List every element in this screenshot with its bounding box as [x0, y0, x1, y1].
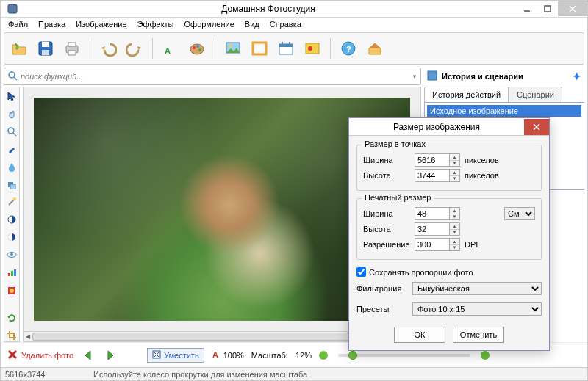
invert-tool-icon[interactable] — [5, 231, 18, 243]
cancel-button[interactable]: Отменить — [453, 327, 504, 343]
spin-up-icon[interactable]: ▲ — [450, 239, 459, 245]
menu-decor[interactable]: Оформление — [180, 18, 239, 30]
height-print-label: Высота — [363, 225, 410, 233]
height-px-input[interactable]: ▲▼ — [415, 169, 460, 182]
delete-label: Удалить фото — [21, 351, 74, 360]
history-icon — [427, 70, 437, 82]
history-panel-header: История и сценарии ✦ — [424, 68, 584, 85]
crop-tool-icon[interactable] — [5, 330, 18, 341]
resolution-input[interactable]: ▲▼ — [415, 238, 460, 251]
redo-icon[interactable] — [124, 38, 145, 59]
tab-history[interactable]: История действий — [424, 87, 509, 102]
print-group-legend: Печатный размер — [362, 193, 434, 202]
menu-effects[interactable]: Эффекты — [133, 18, 179, 30]
svg-rect-43 — [14, 269, 16, 276]
frame-icon[interactable] — [249, 38, 270, 59]
add-scenario-icon[interactable]: ✦ — [573, 70, 581, 82]
scroll-left-icon[interactable]: ◀ — [24, 332, 32, 341]
minimize-button[interactable] — [517, 1, 537, 16]
search-box[interactable]: ▼ — [4, 68, 421, 85]
dialog-titlebar[interactable]: Размер изображения — [349, 118, 549, 136]
zoom-slider[interactable] — [338, 354, 470, 357]
spin-down-icon[interactable]: ▼ — [450, 176, 459, 182]
calendar-icon[interactable] — [276, 38, 296, 59]
picture-icon[interactable] — [223, 38, 243, 59]
prev-photo-button[interactable] — [81, 348, 96, 363]
scale-label: Масштаб: — [251, 351, 288, 360]
tab-scenarios[interactable]: Сценарии — [509, 87, 562, 102]
spin-up-icon[interactable]: ▲ — [450, 170, 459, 176]
svg-text:?: ? — [346, 45, 351, 54]
zoom-in-icon[interactable] — [481, 351, 490, 360]
ok-button[interactable]: ОК — [394, 327, 445, 343]
svg-line-29 — [14, 77, 17, 80]
pixel-size-group: Размер в точках Ширина ▲▼ пикселов Высот… — [356, 145, 542, 191]
svg-rect-34 — [10, 184, 15, 189]
dropdown-icon[interactable]: ▼ — [412, 73, 417, 80]
blur-tool-icon[interactable] — [5, 161, 18, 173]
main-toolbar: A ? — [4, 32, 584, 65]
print-icon[interactable] — [62, 38, 82, 59]
home-icon[interactable] — [365, 38, 385, 59]
width-print-input[interactable]: ▲▼ — [415, 207, 460, 220]
spin-up-icon[interactable]: ▲ — [450, 154, 459, 161]
next-photo-button[interactable] — [103, 348, 118, 363]
width-px-input[interactable]: ▲▼ — [415, 153, 460, 167]
search-input[interactable] — [21, 72, 409, 81]
fit-label: Уместить — [164, 351, 199, 360]
spin-up-icon[interactable]: ▲ — [450, 208, 459, 214]
keep-ratio-row[interactable]: Сохранять пропорции фото — [356, 267, 542, 277]
menu-help[interactable]: Справка — [265, 18, 306, 30]
delete-photo-button[interactable]: Удалить фото — [7, 349, 74, 362]
fit-button[interactable]: Уместить — [147, 348, 204, 363]
history-item[interactable]: Исходное изображение — [427, 105, 581, 117]
text-icon[interactable]: A — [160, 38, 181, 59]
undo-icon[interactable] — [98, 38, 118, 59]
spin-down-icon[interactable]: ▼ — [450, 161, 459, 167]
dialog-close-button[interactable] — [524, 119, 549, 135]
menu-file[interactable]: Файл — [4, 18, 32, 30]
svg-rect-30 — [428, 71, 437, 80]
preset-select[interactable]: Фото 10 х 15 — [412, 302, 542, 316]
keep-ratio-checkbox[interactable] — [356, 267, 366, 277]
toolbar-separator — [215, 38, 215, 59]
menu-view[interactable]: Вид — [240, 18, 264, 30]
help-icon[interactable]: ? — [338, 38, 359, 59]
brush-tool-icon[interactable] — [5, 143, 18, 155]
zoom-100-button[interactable]: A 100% — [212, 349, 244, 361]
contrast-tool-icon[interactable] — [5, 214, 18, 225]
open-folder-icon[interactable] — [9, 38, 29, 59]
effects-tool-icon[interactable] — [5, 285, 18, 297]
zoom-slider-knob[interactable] — [348, 351, 357, 360]
zoom-tool-icon[interactable] — [5, 126, 18, 137]
fit-icon — [152, 350, 161, 360]
print-unit-select[interactable]: См — [504, 207, 535, 220]
postcard-icon[interactable] — [302, 38, 323, 59]
status-dimensions: 5616x3744 — [5, 370, 64, 379]
eye-tool-icon[interactable] — [5, 249, 18, 261]
spin-down-icon[interactable]: ▼ — [450, 214, 459, 220]
pointer-tool-icon[interactable] — [5, 90, 18, 102]
zoom-out-icon[interactable] — [319, 351, 328, 360]
rotate-tool-icon[interactable] — [5, 312, 18, 324]
search-icon — [7, 70, 18, 82]
menu-edit[interactable]: Правка — [34, 18, 70, 30]
clone-tool-icon[interactable] — [5, 178, 18, 190]
height-print-input[interactable]: ▲▼ — [415, 222, 460, 236]
spin-down-icon[interactable]: ▼ — [450, 245, 459, 251]
pixel-group-legend: Размер в точках — [362, 139, 429, 148]
app-icon — [5, 1, 20, 16]
palette-icon[interactable] — [187, 38, 207, 59]
save-icon[interactable] — [35, 38, 56, 59]
close-button[interactable] — [558, 1, 587, 16]
filter-select[interactable]: Бикубическая — [412, 282, 542, 295]
maximize-button[interactable] — [537, 1, 558, 16]
hand-tool-icon[interactable] — [5, 108, 18, 120]
menu-image[interactable]: Изображение — [71, 18, 131, 30]
print-size-group: Печатный размер Ширина ▲▼ См Высота ▲▼ Р… — [356, 198, 542, 260]
levels-tool-icon[interactable] — [5, 266, 18, 278]
spin-up-icon[interactable]: ▲ — [450, 223, 459, 230]
px-unit: пикселов — [465, 156, 499, 164]
spin-down-icon[interactable]: ▼ — [450, 230, 459, 236]
wand-tool-icon[interactable] — [5, 196, 18, 208]
